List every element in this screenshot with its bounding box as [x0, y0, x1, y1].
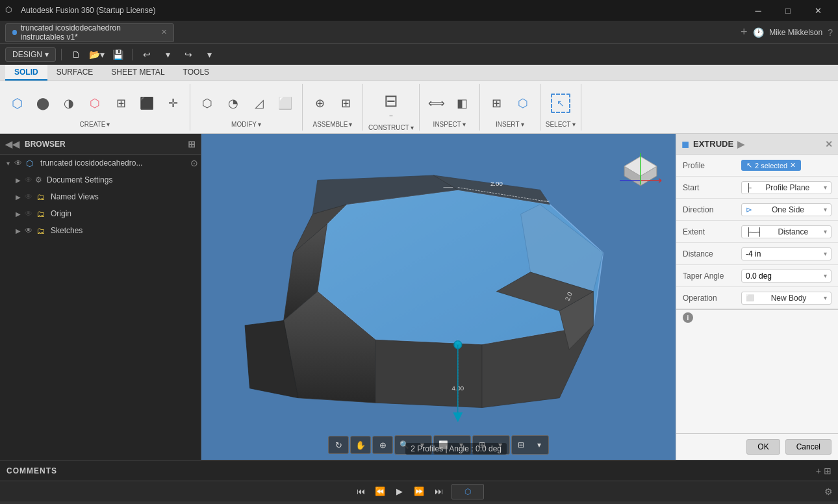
box-button[interactable]: ⬛ — [135, 89, 159, 118]
minimize-button[interactable]: ─ — [743, 0, 773, 21]
taper-input[interactable]: 0.0 deg ▾ — [741, 270, 832, 283]
shell-icon: ⬜ — [276, 94, 294, 112]
comments-pin-icon[interactable]: ⊞ — [824, 466, 832, 476]
orbit-button[interactable]: ↻ — [328, 436, 349, 454]
play-button[interactable]: ▶ — [390, 483, 409, 500]
rigid-group-button[interactable]: ⊞ — [334, 89, 357, 118]
expand-arrow-origin[interactable]: ▶ — [13, 210, 23, 218]
extrude-expand-icon[interactable]: ✕ — [825, 139, 833, 149]
expand-arrow-sketches[interactable]: ▶ — [13, 227, 23, 234]
select-button[interactable]: ↖ — [549, 89, 572, 118]
timeline-settings-icon[interactable]: ⚙ — [824, 486, 833, 497]
tree-options-root[interactable]: ⊙ — [190, 158, 198, 168]
select-group-label[interactable]: SELECT ▾ — [546, 121, 576, 128]
view-cube[interactable] — [615, 140, 667, 192]
pan-button[interactable]: ✋ — [350, 436, 371, 454]
sweep-button[interactable]: ◑ — [57, 89, 81, 118]
history-button[interactable]: 🕐 — [753, 27, 764, 38]
measure-button[interactable]: ⟺ — [425, 89, 448, 118]
section-analysis-button[interactable]: ◧ — [451, 89, 474, 118]
tree-item-root[interactable]: ▾ 👁 ⬡ truncated icosidodecahedro... ⊙ — [0, 155, 201, 171]
distance-input[interactable]: -4 in ▾ — [741, 247, 832, 260]
new-file-button[interactable]: 🗋 — [67, 46, 85, 63]
expand-arrow-root[interactable]: ▾ — [3, 160, 13, 167]
tab-solid[interactable]: SOLID — [5, 65, 47, 81]
insert-group-label[interactable]: INSERT ▾ — [496, 121, 524, 128]
direction-select[interactable]: ⊳ One Side ▾ — [741, 203, 832, 216]
expand-arrow-doc-settings[interactable]: ▶ — [13, 177, 23, 184]
view-layout-dropdown[interactable]: ▾ — [530, 436, 548, 454]
fillet-button[interactable]: ◔ — [222, 89, 245, 118]
press-pull-button[interactable]: ⬡ — [196, 89, 219, 118]
view-layout-button[interactable]: ⊟ — [512, 436, 530, 454]
revolve-button[interactable]: ⬤ — [31, 89, 55, 118]
maximize-button[interactable]: □ — [773, 0, 803, 21]
expand-arrow-named-views[interactable]: ▶ — [13, 194, 23, 201]
play-start-button[interactable]: ⏮ — [351, 483, 370, 500]
visibility-toggle-sketches[interactable]: 👁 — [23, 226, 34, 235]
extrude-row-start: Start ├ Profile Plane ▾ — [676, 177, 838, 199]
ribbon-tab-list: SOLID SURFACE SHEET METAL TOOLS — [0, 65, 838, 81]
close-button[interactable]: ✕ — [803, 0, 833, 21]
chamfer-button[interactable]: ◿ — [248, 89, 271, 118]
tab-tools[interactable]: TOOLS — [174, 65, 218, 81]
fit-button[interactable]: ⊕ — [372, 436, 393, 454]
extent-select[interactable]: ├─┤ Distance ▾ — [741, 225, 832, 238]
design-workspace-button[interactable]: DESIGN ▾ — [5, 47, 56, 62]
undo-button[interactable]: ↩ — [138, 46, 156, 63]
play-prev-button[interactable]: ⏪ — [371, 483, 389, 500]
tree-item-named-views[interactable]: ▶ 👁 🗂 Named Views — [0, 188, 201, 205]
shell-button[interactable]: ⬜ — [273, 89, 297, 118]
tab-sheet-metal[interactable]: SHEET METAL — [102, 65, 173, 81]
sidebar-collapse-icon[interactable]: ◀◀ — [5, 139, 19, 149]
tree-item-doc-settings[interactable]: ▶ 👁 ⚙ Document Settings — [0, 171, 201, 188]
insert-mesh-button[interactable]: ⊞ — [485, 89, 509, 118]
joint-button[interactable]: ⊕ — [308, 89, 331, 118]
svg-marker-22 — [453, 412, 463, 422]
visibility-toggle-named-views[interactable]: 👁 — [23, 192, 34, 201]
tree-item-sketches[interactable]: ▶ 👁 🗂 Sketches — [0, 222, 201, 239]
extent-dropdown-arrow: ▾ — [824, 228, 827, 235]
construct-group-label[interactable]: CONSTRUCT ▾ — [368, 124, 414, 131]
ok-button[interactable]: OK — [746, 439, 780, 455]
cancel-button[interactable]: Cancel — [785, 439, 832, 455]
play-end-button[interactable]: ⏭ — [429, 483, 448, 500]
tab-close-button[interactable]: ✕ — [161, 28, 167, 36]
extrude-button[interactable]: ⬡ — [5, 89, 29, 118]
insert-svg-button[interactable]: ⬡ — [511, 89, 535, 118]
active-tab[interactable]: truncated icosidodecahedron instructable… — [5, 23, 174, 42]
comments-expand-icon[interactable]: + — [816, 466, 821, 476]
user-account[interactable]: Mike Mikkelson — [769, 28, 822, 37]
help-button[interactable]: ? — [828, 27, 833, 38]
browser-header[interactable]: ◀◀ BROWSER ⊞ — [0, 134, 201, 155]
redo-dropdown[interactable]: ▾ — [200, 46, 218, 63]
construct-main-button[interactable]: ⊟ – — [377, 86, 405, 123]
loft-button[interactable]: ⬡ — [83, 89, 107, 118]
extrude-forward-icon[interactable]: ▶ — [737, 139, 744, 149]
redo-button[interactable]: ↪ — [179, 46, 197, 63]
operation-select[interactable]: ⬜ New Body ▾ — [741, 292, 832, 305]
create-group-label[interactable]: CREATE ▾ — [80, 121, 110, 128]
new-tab-button[interactable]: + — [735, 23, 753, 42]
modify-group-label[interactable]: MODIFY ▾ — [231, 121, 261, 128]
tab-surface[interactable]: SURFACE — [47, 65, 103, 81]
sidebar-pin-icon[interactable]: ⊞ — [188, 139, 196, 149]
tree-item-origin[interactable]: ▶ 👁 🗂 Origin — [0, 205, 201, 222]
visibility-toggle-root[interactable]: 👁 — [13, 158, 23, 168]
move-button[interactable]: ✛ — [161, 89, 184, 118]
visibility-toggle-doc-settings[interactable]: 👁 — [23, 175, 34, 184]
statusbar-right: ⚙ — [487, 486, 833, 497]
assemble-group-label[interactable]: ASSEMBLE ▾ — [313, 121, 353, 128]
open-file-dropdown[interactable]: 📂▾ — [88, 46, 106, 63]
new-component-button[interactable]: ⊞ — [109, 89, 133, 118]
visibility-toggle-origin[interactable]: 👁 — [23, 209, 34, 218]
undo-dropdown[interactable]: ▾ — [159, 46, 177, 63]
extrude-row-direction: Direction ⊳ One Side ▾ — [676, 199, 838, 221]
inspect-group-label[interactable]: INSPECT ▾ — [433, 121, 466, 128]
play-next-button[interactable]: ⏩ — [410, 483, 428, 500]
viewport[interactable]: 2.00 2.0 4.00 — [201, 134, 676, 460]
start-select[interactable]: ├ Profile Plane ▾ — [741, 181, 832, 194]
profile-chip[interactable]: ↖ 2 selected ✕ — [741, 160, 801, 171]
profile-chip-close[interactable]: ✕ — [790, 161, 796, 170]
save-button[interactable]: 💾 — [108, 46, 127, 63]
